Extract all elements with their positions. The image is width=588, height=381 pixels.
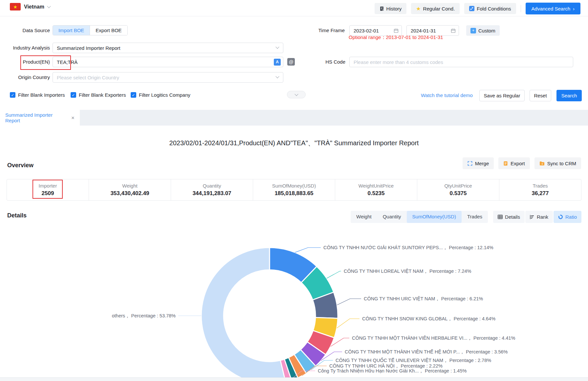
reset-button[interactable]: Reset	[530, 90, 551, 101]
chevron-down-icon	[294, 92, 298, 96]
table-icon	[498, 215, 503, 219]
view-tab-ratio[interactable]: Ratio	[554, 211, 581, 223]
pie-leader-line	[295, 248, 321, 252]
chevron-down-icon	[47, 4, 51, 8]
bottom-section-edge	[0, 377, 588, 381]
pie-label: CÔNG TY TNHH URC HÀ NỘI， Percentage : 2.…	[329, 363, 443, 369]
view-tab-rank[interactable]: Rank	[525, 211, 553, 223]
date-to-field	[406, 25, 459, 36]
checkbox-checked-icon: ✓	[10, 92, 15, 98]
advanced-search-button[interactable]: Advanced Search ›	[526, 3, 580, 14]
stat-value: 0.5375	[450, 190, 467, 197]
stat-sumofmoney: SumOfMoney(USD) 185,018,883.65	[253, 179, 335, 200]
pie-label: CÔNG TY TNHH NƯỚC GIẢI KHÁT SUNTORY PEPS…	[323, 245, 493, 250]
overview-stats: Importer 2509 Weight 353,430,402.49 Quan…	[7, 179, 581, 201]
stat-importer: Importer 2509	[7, 179, 89, 200]
save-as-regular-button[interactable]: Save as Regular	[479, 90, 525, 101]
checkbox-checked-icon: ✓	[71, 92, 76, 98]
origin-country-input[interactable]	[53, 75, 283, 80]
filter-blank-importers-checkbox[interactable]: ✓ Filter Blank Importers	[10, 92, 65, 98]
pie-label: CÔNG TY TNHH SNOW KING GLOBAL， Percentag…	[362, 316, 495, 321]
metric-tab-trades[interactable]: Trades	[462, 211, 488, 223]
pie-label: Công Ty Trách Nhiệm Hữu Hạn Nước Giải Kh…	[318, 368, 467, 373]
export-boe-tab[interactable]: Export BOE	[90, 26, 127, 35]
pie-label: CÔNG TY TNHH URC VIỆT NAM， Percentage : …	[364, 296, 483, 301]
top-bar: ★ Vietnam History ★ Regular Cond. Fold C…	[0, 0, 588, 16]
filter-logitics-company-checkbox[interactable]: ✓ Filter Logitics Company	[131, 92, 190, 98]
export-button[interactable]: Export	[498, 157, 530, 169]
topbar-divider	[521, 5, 521, 12]
history-icon	[380, 6, 384, 11]
view-toggle-group: Details Rank Ratio	[493, 211, 581, 223]
product-en-field: A	[53, 57, 283, 67]
translate-icon[interactable]: A	[274, 59, 281, 66]
stat-value: 0.5235	[368, 190, 385, 197]
stat-trades: Trades 36,277	[499, 179, 581, 200]
tab-strip: Summarized Importer Report ×	[0, 110, 588, 126]
pie-label: CÔNG TY TNHH MỘT THÀNH VIÊN THẾ HỆ MỚI P…	[345, 349, 508, 354]
date-from-field	[349, 25, 402, 36]
date-to-input[interactable]	[407, 28, 451, 33]
donut-icon	[558, 214, 563, 219]
regular-cond-label: Regular Cond.	[423, 6, 455, 11]
origin-country-select[interactable]	[53, 72, 283, 83]
custom-label: Custom	[478, 28, 495, 33]
metric-tab-weight[interactable]: Weight	[351, 211, 377, 223]
arrow-right-icon: ›	[573, 6, 575, 11]
details-heading: Details	[7, 212, 27, 219]
stat-label: Quantity	[203, 183, 221, 189]
report-title: 2023/02/01-2024/01/31,Product(EN) AND"TE…	[0, 139, 588, 148]
filter-blank-exporters-checkbox[interactable]: ✓ Filter Blank Exporters	[71, 92, 126, 98]
fold-conditions-button[interactable]: Fold Conditions	[464, 3, 516, 14]
fold-conditions-label: Fold Conditions	[477, 6, 511, 11]
view-details-label: Details	[505, 214, 520, 220]
view-rank-label: Rank	[537, 214, 548, 220]
date-from-input[interactable]	[350, 28, 394, 33]
match-mode-icon[interactable]: @	[287, 58, 295, 66]
rank-bars-icon	[530, 215, 534, 219]
stat-value: 185,018,883.65	[274, 190, 313, 197]
details-controls: Weight Quantity SumOfMoney(USD) Trades D…	[351, 211, 581, 223]
calendar-icon[interactable]	[451, 28, 456, 33]
custom-icon: +	[470, 28, 476, 33]
tutorial-link[interactable]: Watch the tutorial demo	[421, 92, 473, 98]
merge-button[interactable]: Merge	[463, 157, 494, 169]
filter-blank-importers-label: Filter Blank Importers	[18, 92, 65, 98]
advanced-search-label: Advanced Search	[532, 6, 570, 11]
regular-cond-button[interactable]: ★ Regular Cond.	[411, 3, 460, 14]
export-label: Export	[511, 161, 525, 166]
stat-value: 353,430,402.49	[110, 190, 149, 197]
tab-summarized-importer-report[interactable]: Summarized Importer Report ×	[0, 110, 80, 126]
topbar-actions: History ★ Regular Cond. Fold Conditions …	[375, 3, 580, 14]
trade-data-app: { "header": { "country": "Vietnam", "his…	[0, 0, 588, 381]
stat-value: 2509	[42, 190, 54, 197]
view-tab-details[interactable]: Details	[493, 211, 525, 223]
stat-label: Trades	[533, 183, 548, 189]
industry-analysis-label: Industry Analysis	[0, 43, 50, 53]
stat-weight: Weight 353,430,402.49	[89, 179, 171, 200]
pie-leader-line	[337, 299, 361, 305]
data-source-toggle: Import BOE Export BOE	[53, 25, 128, 35]
expand-conditions-button[interactable]	[287, 91, 306, 98]
close-icon[interactable]: ×	[71, 115, 75, 121]
search-button[interactable]: Search	[556, 90, 582, 101]
pie-leader-line	[337, 319, 360, 328]
custom-range-button[interactable]: + Custom	[466, 25, 500, 36]
country-selector[interactable]: ★ Vietnam	[10, 3, 50, 10]
metric-tab-sumofmoney[interactable]: SumOfMoney(USD)	[407, 211, 462, 223]
product-en-input[interactable]	[53, 59, 274, 65]
sync-to-crm-button[interactable]: Sync to CRM	[534, 157, 581, 169]
stat-value: 344,191,283.07	[192, 190, 231, 197]
tab-title: Summarized Importer Report	[5, 112, 67, 123]
calendar-icon[interactable]	[394, 28, 399, 33]
industry-analysis-select[interactable]	[53, 43, 283, 53]
merge-icon	[468, 161, 472, 166]
sync-folder-icon	[539, 161, 545, 166]
stat-label: Importer	[39, 183, 57, 189]
import-boe-tab[interactable]: Import BOE	[53, 26, 90, 35]
history-button[interactable]: History	[375, 3, 407, 14]
industry-analysis-value[interactable]	[53, 45, 283, 51]
origin-country-label: Origin Country	[0, 72, 50, 83]
metric-tab-quantity[interactable]: Quantity	[377, 211, 407, 223]
hs-code-input[interactable]	[350, 59, 573, 65]
